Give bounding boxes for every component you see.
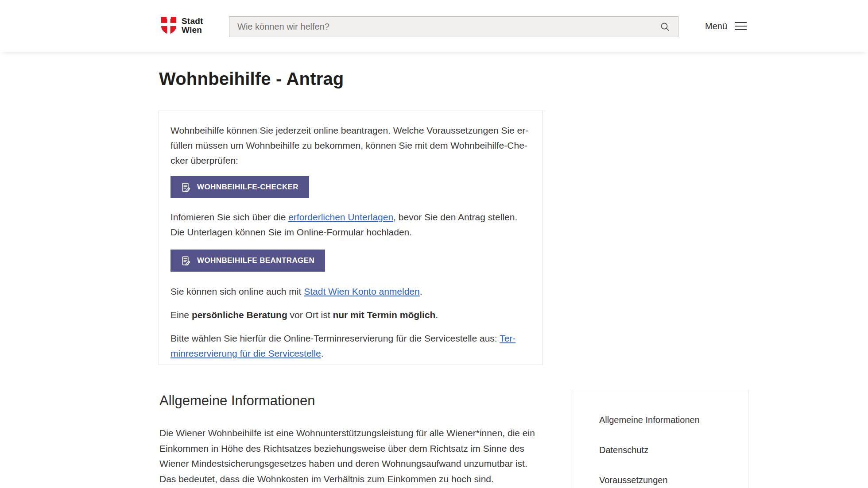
section-heading-allgemeine-informationen: Allgemeine Informationen xyxy=(159,393,315,409)
hamburger-icon xyxy=(735,22,747,30)
menu-label: Menü xyxy=(705,21,727,31)
on-this-page-sidebar: Allgemeine Informationen Datenschutz Vor… xyxy=(572,390,748,488)
form-pencil-icon xyxy=(181,256,191,266)
menu-button[interactable]: Menü xyxy=(705,15,747,37)
wien-shield-icon xyxy=(160,16,177,35)
logo-text: Stadt Wien xyxy=(182,17,203,35)
termin-paragraph: Bitte wählen Sie hierfür die Online-Term… xyxy=(170,331,531,361)
wohnbeihilfe-checker-button[interactable]: WOHNBEIHILFE-CHECKER xyxy=(170,176,309,198)
wohnbeihilfe-beantragen-button[interactable]: WOHNBEIHILFE BEANTRAGEN xyxy=(170,250,325,272)
page: Stadt Wien Menü Wohnbeihilfe - An xyxy=(0,0,868,488)
search-input[interactable] xyxy=(229,17,652,37)
search-button[interactable] xyxy=(652,17,678,37)
konto-paragraph: Sie können sich online auch mit Stadt Wi… xyxy=(170,284,531,299)
erforderliche-unterlagen-link[interactable]: erforderlichen Unterlagen xyxy=(288,212,393,222)
intro-paragraph: Wohnbeihilfe können Sie jederzeit online… xyxy=(170,123,531,168)
site-header: Stadt Wien Menü xyxy=(0,0,868,52)
application-info-card: Wohnbeihilfe können Sie jederzeit online… xyxy=(159,111,543,365)
stadt-wien-logo[interactable]: Stadt Wien xyxy=(160,16,203,35)
sidebar-item-allgemeine-informationen[interactable]: Allgemeine Informationen xyxy=(599,415,748,425)
section-body-paragraph: Die Wiener Wohnbeihilfe ist eine Wohnunt… xyxy=(159,426,558,487)
beratung-paragraph: Eine persönliche Beratung vor Ort ist nu… xyxy=(170,307,531,323)
unterlagen-paragraph: Infomieren Sie sich über die erforderlic… xyxy=(170,210,531,240)
stadt-wien-konto-link[interactable]: Stadt Wien Konto anmelden xyxy=(304,286,420,296)
sidebar-item-voraussetzungen[interactable]: Voraussetzungen xyxy=(599,475,748,485)
search-bar xyxy=(229,16,678,37)
search-icon xyxy=(660,22,670,32)
page-title: Wohnbeihilfe - Antrag xyxy=(159,69,344,89)
sidebar-item-datenschutz[interactable]: Datenschutz xyxy=(599,445,748,455)
form-pencil-icon xyxy=(181,182,191,192)
